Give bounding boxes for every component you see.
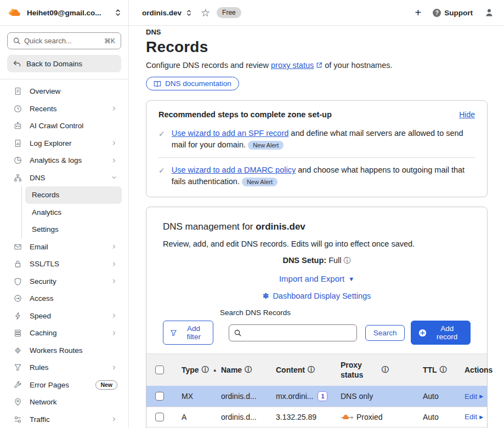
- ai-crawl-icon: [13, 122, 22, 130]
- sidebar-item-analytics-logs[interactable]: Analytics & logs: [7, 152, 122, 169]
- user-profile-icon[interactable]: [484, 8, 494, 18]
- info-icon[interactable]: ⓘ: [245, 365, 252, 375]
- dns-icon: [13, 174, 22, 182]
- proxy-status-cell: DNS only: [332, 392, 414, 401]
- external-link-icon: [316, 62, 322, 69]
- zone-selector[interactable]: ordinis.dev: [142, 9, 192, 17]
- sidebar-item-dns-analytics[interactable]: Analytics: [25, 204, 122, 221]
- import-export-row: Import and Export ▼: [163, 274, 471, 283]
- support-menu[interactable]: ? Support: [433, 9, 473, 17]
- sidebar-item-overview[interactable]: Overview: [7, 83, 122, 100]
- sidebar-item-error-pages[interactable]: Error Pages New: [7, 376, 122, 394]
- column-header-proxy-status[interactable]: Proxy status ⓘ: [332, 360, 414, 380]
- dns-documentation-button[interactable]: DNS documentation: [146, 77, 239, 90]
- add-filter-button[interactable]: Add filter: [163, 321, 213, 345]
- back-to-domains-label: Back to Domains: [26, 60, 82, 68]
- proxied-cloud-icon: [341, 413, 354, 421]
- column-header-ttl[interactable]: TTL ⓘ: [414, 365, 456, 375]
- add-site-button[interactable]: +: [415, 7, 422, 18]
- select-all-checkbox[interactable]: [155, 366, 164, 374]
- page-title: Records: [146, 38, 504, 56]
- quick-search-input[interactable]: [24, 37, 100, 45]
- sidebar-item-caching[interactable]: Caching: [7, 324, 122, 342]
- info-icon[interactable]: ⓘ: [382, 365, 389, 375]
- chevron-right-icon: [111, 261, 117, 267]
- chevron-right-icon: [111, 278, 117, 284]
- row-checkbox[interactable]: [155, 413, 164, 421]
- sidebar-item-dns[interactable]: DNS: [7, 169, 122, 187]
- search-button[interactable]: Search: [365, 325, 405, 341]
- column-header-type[interactable]: Type ⓘ ▲: [173, 365, 212, 375]
- column-header-name[interactable]: Name ⓘ: [212, 365, 267, 375]
- table-row[interactable]: MX ordinis.d... mx.ordini... 1 DNS only …: [146, 386, 487, 407]
- chevron-right-icon: [111, 140, 117, 146]
- proxy-status-link[interactable]: proxy status: [271, 61, 314, 70]
- edit-record-button[interactable]: Edit ▶: [465, 413, 483, 421]
- zone-setup-card: Recommended steps to complete zone set-u…: [146, 100, 488, 197]
- account-selector-icon: [115, 9, 121, 16]
- back-to-domains-button[interactable]: Back to Domains: [7, 55, 121, 72]
- sidebar-item-network[interactable]: Network: [7, 393, 122, 411]
- dmarc-wizard-link[interactable]: Use wizard to add a DMARC policy: [172, 166, 296, 174]
- filter-icon: [170, 329, 177, 336]
- plus-circle-icon: [418, 329, 427, 337]
- sidebar-item-workers-routes[interactable]: Workers Routes: [7, 342, 122, 359]
- sidebar-item-rules[interactable]: Rules: [7, 359, 122, 376]
- check-icon: ✓: [158, 128, 165, 151]
- column-header-content[interactable]: Content ⓘ: [267, 365, 332, 375]
- back-arrow-icon: [13, 60, 21, 67]
- edit-record-button[interactable]: Edit ▶: [465, 392, 483, 401]
- sidebar-item-access[interactable]: Access: [7, 290, 122, 307]
- account-switcher[interactable]: Heihet09@gmail.co...: [0, 0, 129, 25]
- new-alert-badge: New Alert: [248, 141, 284, 150]
- sidebar-item-traffic[interactable]: Traffic: [7, 411, 122, 428]
- traffic-icon: [13, 415, 22, 424]
- hide-link[interactable]: Hide: [459, 110, 475, 119]
- spf-wizard-link[interactable]: Use wizard to add an SPF record: [172, 129, 289, 138]
- dashboard-display-settings-button[interactable]: ✽ Dashboard Display Settings: [263, 292, 371, 300]
- analytics-icon: [13, 156, 22, 164]
- sidebar-item-dns-records[interactable]: Records: [25, 186, 122, 204]
- breadcrumb: DNS: [146, 28, 504, 36]
- dns-records-table: Type ⓘ ▲ Name ⓘ Content ⓘ Proxy status: [146, 353, 487, 428]
- clock-icon: [13, 105, 22, 113]
- new-alert-badge: New Alert: [242, 178, 278, 186]
- info-icon[interactable]: ⓘ: [344, 256, 351, 265]
- chevron-down-icon: [111, 174, 117, 181]
- gear-icon: ✽: [263, 292, 269, 300]
- sidebar-item-recents[interactable]: Recents: [7, 100, 122, 118]
- setup-step-spf: ✓ Use wizard to add an SPF record and de…: [158, 127, 475, 152]
- zone-selector-icon: [186, 9, 192, 16]
- table-row[interactable]: A ordinis.d... 3.132.25.89 Proxied: [146, 407, 487, 427]
- sidebar-item-log-explorer[interactable]: Log Explorer: [7, 135, 122, 152]
- sidebar-item-ai-crawl-control[interactable]: AI Crawl Control: [7, 117, 122, 135]
- check-icon: ✓: [158, 164, 165, 187]
- dns-search-field[interactable]: [229, 324, 356, 341]
- proxy-status-cell: Proxied: [332, 413, 414, 421]
- import-export-button[interactable]: Import and Export ▼: [279, 274, 354, 283]
- favorite-star-icon[interactable]: ☆: [201, 7, 210, 19]
- map-pin-icon: [13, 398, 22, 406]
- info-icon[interactable]: ⓘ: [308, 365, 315, 375]
- sidebar-item-email[interactable]: Email: [7, 238, 122, 256]
- chevron-right-icon: [111, 105, 117, 112]
- wrench-icon: [13, 381, 22, 389]
- info-icon[interactable]: ⓘ: [202, 365, 209, 375]
- add-record-button[interactable]: Add record: [411, 321, 471, 345]
- sidebar-item-speed[interactable]: Speed: [7, 307, 122, 325]
- quick-search[interactable]: ⌘K: [7, 32, 121, 49]
- sidebar-item-ssl-tls[interactable]: SSL/TLS: [7, 255, 122, 273]
- dns-search-input[interactable]: [245, 329, 351, 337]
- overview-icon: [13, 87, 22, 95]
- setup-step-dmarc: ✓ Use wizard to add a DMARC policy and c…: [158, 163, 475, 189]
- sidebar-item-dns-settings[interactable]: Settings: [25, 221, 122, 238]
- chevron-right-icon: [111, 330, 117, 336]
- dns-management-card: DNS management for ordinis.dev Review, a…: [146, 207, 488, 428]
- help-icon: ?: [433, 9, 441, 17]
- row-checkbox[interactable]: [155, 392, 164, 401]
- sidebar-item-security[interactable]: Security: [7, 273, 122, 290]
- filter-funnel-icon: [13, 363, 22, 372]
- info-icon[interactable]: ⓘ: [440, 365, 447, 375]
- dns-management-subtitle: Review, add, and edit DNS records. Edits…: [163, 239, 471, 248]
- priority-badge[interactable]: 1: [318, 391, 327, 401]
